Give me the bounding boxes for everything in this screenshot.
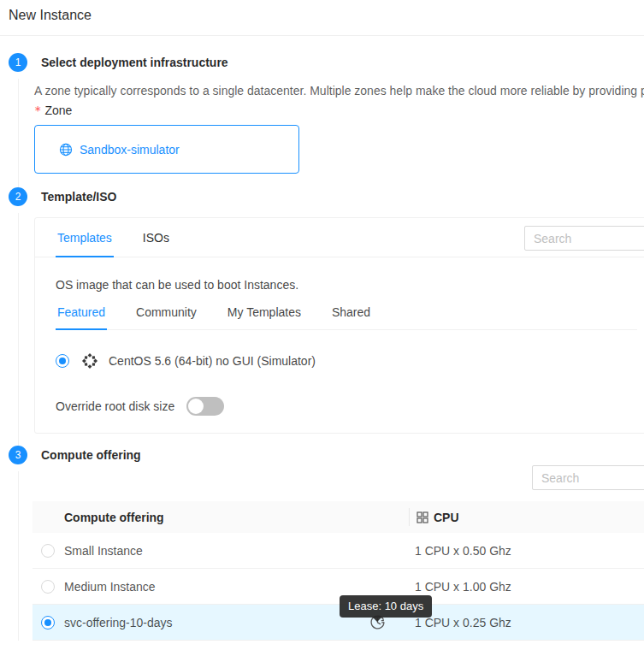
step-3-title: Compute offering: [41, 448, 141, 462]
step-1-badge: 1: [9, 53, 27, 72]
template-card: Templates ISOs OS image that can be used…: [34, 217, 644, 434]
override-root-disk-label: Override root disk size: [56, 399, 174, 413]
zone-card-sandbox-simulator[interactable]: Sandbox-simulator: [34, 125, 299, 174]
globe-icon: [59, 143, 73, 157]
override-root-disk-row: Override root disk size: [56, 397, 637, 416]
filter-tab-my-templates[interactable]: My Templates: [226, 305, 303, 329]
compute-offering-search-input[interactable]: [532, 465, 644, 490]
step-2-badge: 2: [9, 187, 27, 206]
zone-description: A zone typically corresponds to a single…: [34, 84, 644, 98]
column-header-compute-offering: Compute offering: [32, 511, 409, 524]
offering-radio[interactable]: [41, 580, 55, 594]
table-row-medium-instance[interactable]: Medium Instance 1 CPU x 1.00 Ghz: [32, 569, 644, 605]
template-option-centos[interactable]: CentOS 5.6 (64-bit) no GUI (Simulator): [56, 352, 637, 369]
required-asterisk: *: [34, 103, 41, 117]
table-header-row: Compute offering CPU: [32, 501, 644, 533]
wizard-steps: 1 Select deployment infrastructure A zon…: [0, 36, 644, 641]
grid-icon: [417, 511, 428, 523]
step-connector-line: [18, 213, 19, 446]
page-title: New Instance: [0, 0, 644, 36]
step-compute-offering: 3 Compute offering Compute offering: [9, 446, 644, 641]
table-row-small-instance[interactable]: Small Instance 1 CPU x 0.50 Ghz: [32, 533, 644, 569]
template-radio[interactable]: [56, 354, 69, 368]
filter-tab-featured[interactable]: Featured: [56, 305, 107, 329]
compute-offering-table: Compute offering CPU Small In: [32, 501, 644, 641]
template-search-input[interactable]: [524, 226, 644, 251]
offering-radio[interactable]: [41, 616, 55, 629]
centos-logo-icon: [81, 352, 98, 369]
zone-field-label: *Zone: [34, 103, 644, 117]
step-deployment-infrastructure: 1 Select deployment infrastructure A zon…: [9, 53, 644, 187]
filter-tab-shared[interactable]: Shared: [330, 305, 372, 329]
filter-tab-community[interactable]: Community: [134, 305, 198, 329]
template-filter-tabs: Featured Community My Templates Shared: [56, 305, 637, 330]
step-1-title: Select deployment infrastructure: [41, 56, 228, 69]
compute-offering-search-row: [32, 464, 644, 501]
step-2-title: Template/ISO: [41, 190, 116, 204]
os-image-description: OS image that can be used to boot Instan…: [56, 278, 637, 292]
offering-radio[interactable]: [41, 544, 55, 558]
toggle-knob: [188, 399, 204, 414]
column-separator: [409, 508, 410, 526]
tab-templates[interactable]: Templates: [56, 218, 114, 257]
step-connector-line: [18, 79, 19, 187]
table-row-svc-offering-10-days[interactable]: svc-offering-10-days 1 CPU x 0.25 Ghz: [32, 605, 644, 641]
override-root-disk-toggle[interactable]: [186, 397, 224, 416]
step-template-iso: 2 Template/ISO Templates ISOs OS image t…: [9, 187, 644, 446]
template-iso-tabbar: Templates ISOs: [35, 218, 644, 257]
template-option-label: CentOS 5.6 (64-bit) no GUI (Simulator): [109, 354, 316, 368]
column-header-cpu: CPU: [409, 511, 459, 524]
zone-name: Sandbox-simulator: [80, 143, 180, 157]
step-connector-line: [18, 471, 19, 641]
lease-tooltip: Lease: 10 days: [340, 595, 432, 618]
tab-isos[interactable]: ISOs: [141, 218, 171, 257]
step-3-badge: 3: [9, 446, 27, 464]
